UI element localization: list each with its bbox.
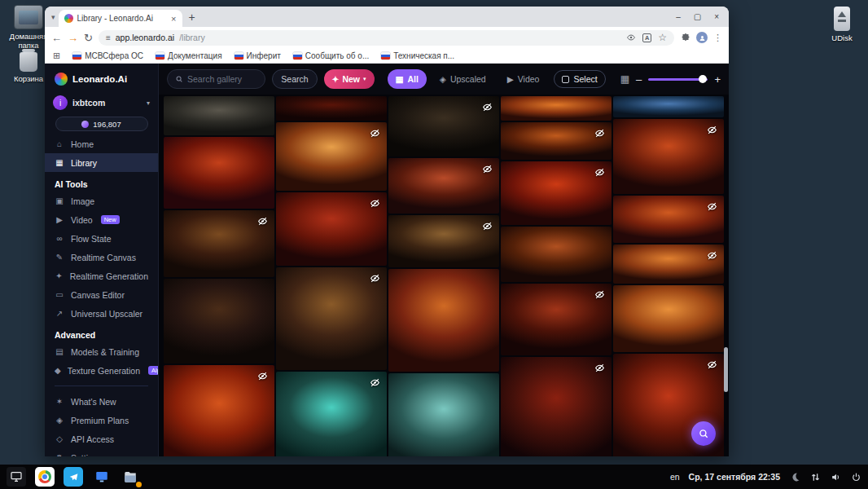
filter-upscaled[interactable]: ◈Upscaled — [432, 69, 494, 89]
language-indicator[interactable]: en — [670, 472, 680, 482]
sidebar-item-universal-upscaler[interactable]: ↗Universal Upscaler — [45, 304, 158, 323]
eye-off-icon[interactable] — [707, 200, 717, 211]
gallery-image-tile[interactable] — [501, 122, 612, 160]
gallery-image-tile[interactable] — [276, 192, 387, 266]
zoom-slider-thumb[interactable] — [699, 75, 707, 83]
password-eye-icon[interactable] — [625, 33, 636, 43]
gallery-image-tile[interactable] — [501, 227, 612, 282]
search-button[interactable]: Search — [272, 69, 317, 89]
eye-off-icon[interactable] — [370, 127, 380, 138]
gallery-image-tile[interactable] — [388, 373, 499, 456]
taskbar-app-display-icon[interactable] — [92, 467, 112, 487]
bookmark-item[interactable]: МСВСфера ОС — [72, 51, 143, 60]
gallery-image-tile[interactable] — [501, 161, 612, 225]
zoom-slider[interactable] — [648, 78, 708, 81]
eye-off-icon[interactable] — [370, 197, 380, 208]
night-mode-icon[interactable] — [789, 471, 800, 482]
gallery-image-tile[interactable] — [388, 158, 499, 214]
gallery-image-tile[interactable] — [164, 279, 274, 363]
network-traffic-icon[interactable] — [809, 471, 821, 482]
sidebar-item-realtime-canvas[interactable]: ✎Realtime Canvas — [45, 248, 158, 267]
profile-avatar-icon[interactable] — [696, 32, 708, 43]
gallery-image-tile[interactable] — [613, 96, 724, 117]
browser-tab[interactable]: Library - Leonardo.Ai × — [59, 10, 182, 27]
sidebar-item-canvas-editor[interactable]: ▭Canvas Editor — [45, 285, 158, 304]
filter-video[interactable]: ▶Video — [499, 69, 548, 89]
search-gallery-field[interactable] — [167, 69, 265, 89]
bookmark-item[interactable]: Документация — [156, 51, 222, 60]
eye-off-icon[interactable] — [482, 220, 493, 231]
eye-off-icon[interactable] — [370, 272, 380, 283]
bookmark-item[interactable]: Инферит — [235, 51, 281, 60]
eye-off-icon[interactable] — [257, 370, 268, 381]
eye-off-icon[interactable] — [594, 289, 605, 299]
gallery-image-tile[interactable] — [501, 96, 612, 121]
token-balance[interactable]: 196,807 — [55, 117, 148, 131]
zoom-search-fab[interactable] — [691, 421, 716, 446]
eye-off-icon[interactable] — [482, 101, 493, 112]
taskbar-app-monitor-icon[interactable] — [7, 467, 26, 487]
tab-close-icon[interactable]: × — [171, 14, 176, 24]
gallery-image-tile[interactable] — [388, 269, 499, 372]
refresh-button[interactable]: ↻ — [84, 33, 93, 43]
back-button[interactable]: ← — [51, 33, 62, 43]
bookmark-item[interactable]: Техническая п... — [381, 51, 454, 60]
sidebar-item-premium-plans[interactable]: ◈Premium Plans — [45, 411, 158, 430]
clock-datetime[interactable]: Ср, 17 сентября 22:35 — [689, 472, 780, 482]
extensions-puzzle-icon[interactable] — [680, 33, 690, 43]
translate-icon[interactable]: A — [642, 33, 651, 42]
window-close-button[interactable]: × — [714, 12, 719, 21]
gallery-image-tile[interactable] — [501, 357, 612, 456]
gallery-image-tile[interactable] — [276, 122, 387, 191]
gallery-image-tile[interactable] — [501, 284, 612, 355]
gallery-image-tile[interactable] — [613, 285, 724, 352]
gallery-image-tile[interactable] — [164, 210, 274, 277]
taskbar-app-messenger-icon[interactable] — [64, 467, 83, 487]
gallery-image-tile[interactable] — [613, 244, 724, 284]
sidebar-item-models-training[interactable]: ▤Models & Training — [45, 342, 158, 361]
sidebar-item-api-access[interactable]: ◇API Access — [45, 430, 158, 448]
sidebar-item-flow-state[interactable]: ∞Flow State — [45, 229, 158, 248]
search-gallery-input[interactable] — [187, 74, 257, 84]
user-menu[interactable]: i ixbtcom ▾ — [53, 95, 150, 110]
eye-off-icon[interactable] — [594, 166, 605, 177]
bookmark-item[interactable]: Сообщить об о... — [293, 51, 369, 60]
gallery-image-tile[interactable] — [388, 215, 499, 267]
tab-search-chevron-icon[interactable]: ▾ — [51, 13, 55, 21]
taskbar-app-files-icon[interactable] — [121, 467, 140, 487]
eye-off-icon[interactable] — [594, 362, 605, 372]
eye-off-icon[interactable] — [370, 377, 380, 387]
desktop-icon-udisk[interactable]: UDisk — [822, 7, 861, 42]
grid-layout-icon[interactable]: ▦ — [620, 73, 629, 85]
power-icon[interactable] — [850, 471, 861, 482]
apps-grid-icon[interactable]: ⊞ — [53, 51, 60, 61]
gallery-image-tile[interactable] — [388, 96, 499, 156]
eye-off-icon[interactable] — [257, 215, 268, 226]
gallery-image-tile[interactable] — [276, 267, 387, 370]
eye-off-icon[interactable] — [707, 124, 717, 134]
eye-off-icon[interactable] — [707, 249, 717, 260]
gallery-image-tile[interactable] — [276, 96, 387, 121]
gallery-image-tile[interactable] — [276, 372, 387, 456]
sidebar-item-settings[interactable]: ⚙Settings — [45, 448, 158, 456]
minimize-button[interactable]: – — [676, 12, 681, 21]
browser-menu-kebab-icon[interactable]: ⋮ — [713, 33, 722, 43]
sidebar-item-realtime-generation[interactable]: ✦Realtime Generation — [45, 267, 158, 285]
new-button[interactable]: ✦ New ▾ — [324, 69, 375, 89]
sidebar-item-texture-generation[interactable]: ◆Texture GenerationAlpha — [45, 361, 158, 380]
address-bar[interactable]: ≡ app.leonardo.ai/library A ☆ — [99, 30, 674, 46]
gallery-scrollbar[interactable] — [724, 347, 728, 392]
maximize-button[interactable]: ▢ — [694, 12, 701, 21]
new-tab-button[interactable]: + — [189, 11, 195, 24]
zoom-out-button[interactable]: – — [636, 73, 642, 86]
gallery-image-tile[interactable] — [164, 96, 274, 135]
bookmark-star-icon[interactable]: ☆ — [658, 32, 667, 43]
gallery-image-tile[interactable] — [164, 137, 274, 209]
select-button[interactable]: Select — [554, 70, 605, 88]
sidebar-item-what-s-new[interactable]: ✶What's New — [45, 392, 158, 411]
eye-off-icon[interactable] — [482, 163, 493, 174]
desktop-icon-trash[interactable]: Корзина — [10, 52, 47, 83]
forward-button[interactable]: → — [68, 33, 78, 43]
filter-all[interactable]: ▦All — [388, 69, 427, 89]
zoom-in-button[interactable]: + — [714, 73, 721, 86]
